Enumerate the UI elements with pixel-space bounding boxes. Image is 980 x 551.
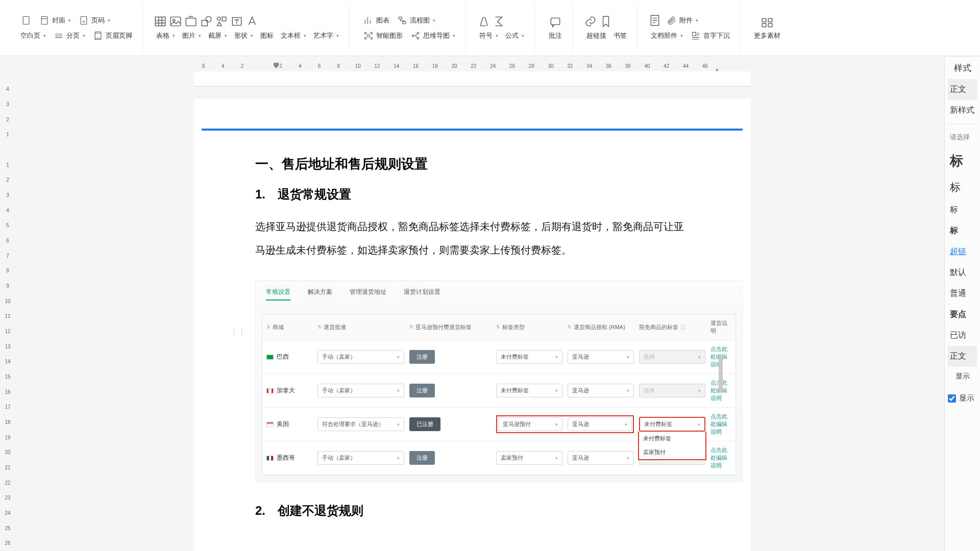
style-list-item[interactable]: 已访 — [948, 325, 977, 346]
shape-button[interactable]: 形状▾ — [231, 30, 256, 42]
svg-point-21 — [412, 35, 413, 36]
docpart-button[interactable]: 文档部件▾ — [648, 30, 686, 42]
table-row: 美国符合处理要求（亚马逊）▾已注册亚马逊预付▾亚马逊▾未付费标签▾未付费标签卖家… — [262, 408, 736, 441]
show-checkbox[interactable] — [948, 394, 956, 403]
style-list-item[interactable]: 标 — [948, 147, 977, 175]
table-button[interactable]: 表格▾ — [153, 30, 178, 42]
vruler-tick: 10 — [2, 293, 13, 309]
more-assets-button[interactable]: 更多素材 — [751, 13, 783, 42]
vruler-tick — [2, 142, 13, 158]
icon-button[interactable]: 图标 — [257, 30, 277, 42]
blank-page-label-button[interactable]: 空白页▾ — [17, 30, 49, 42]
attachment-button[interactable]: 附件▾ — [663, 13, 701, 28]
style-list-item[interactable]: 正文 — [948, 346, 977, 367]
comment-button[interactable]: 批注 — [545, 13, 566, 42]
chart-label: 图表 — [376, 16, 389, 25]
vruler-tick: 19 — [2, 430, 13, 445]
cell-register: 已注册 — [409, 417, 491, 431]
svg-rect-24 — [551, 18, 559, 24]
horizontal-ruler[interactable]: 6422468101214161820222426283032343638404… — [194, 60, 715, 71]
svg-rect-27 — [768, 18, 772, 22]
pagenumber-button[interactable]: # 页码▾ — [75, 13, 113, 28]
show-checkbox-label: 显示 — [959, 393, 974, 403]
break-button[interactable]: 分页▾ — [50, 29, 88, 43]
cell-rma-select: 亚马逊▾ — [568, 384, 634, 397]
more-label: 更多素材 — [754, 31, 780, 40]
chevron-down-icon: ▾ — [173, 33, 175, 38]
blank-page-button[interactable] — [17, 13, 35, 28]
exempt-select: 选择▾ — [639, 350, 705, 364]
bookmark-label: 书签 — [614, 31, 627, 40]
ruler-tick: 4 — [213, 63, 233, 69]
svg-rect-8 — [186, 18, 196, 26]
settings-tab: 常规设置 — [266, 288, 290, 300]
shape-icon — [199, 14, 213, 29]
dropcap-button[interactable]: 首字下沉 — [687, 29, 733, 43]
image-button[interactable]: 图片▾ — [179, 30, 204, 42]
mindmap-button[interactable]: 思维导图▾ — [407, 29, 458, 43]
new-style-button[interactable]: 新样式 — [948, 100, 977, 121]
cell-label-select: 卖家预付▾ — [496, 451, 562, 465]
vruler-tick: 1 — [2, 157, 13, 172]
attachment-icon — [666, 15, 677, 26]
screenshot-label: 截屏 — [208, 31, 222, 40]
style-list-item[interactable]: 默认 — [948, 262, 977, 283]
heading-2b: 2. 创建不退货规则 — [255, 503, 689, 519]
vruler-tick: 2 — [2, 172, 13, 188]
blank-page-icon — [20, 15, 32, 26]
wordart-button[interactable]: 艺术字▾ — [310, 30, 342, 42]
exempt-dropdown-menu: 未付费标签卖家预付 — [638, 432, 706, 460]
style-list-item[interactable]: 要点 — [948, 304, 977, 325]
document-canvas: 一、售后地址和售后规则设置 1. 退货常规设置 选择亚马逊提供退货商品授权，豁免… — [194, 71, 750, 551]
chevron-down-icon: ▾ — [453, 33, 455, 38]
hyperlink-icon — [583, 14, 598, 29]
header-footer-button[interactable]: 页眉页脚 — [89, 29, 135, 43]
screenshot-button[interactable]: 截屏▾ — [205, 30, 230, 42]
cell-country: 巴西 — [266, 353, 312, 361]
style-list-item[interactable]: 普通 — [948, 283, 977, 304]
flowchart-button[interactable]: 流程图▾ — [394, 13, 438, 28]
show-checkbox-row: 显示 — [948, 393, 977, 403]
style-list-item[interactable]: 超链 — [948, 241, 977, 262]
cover-button[interactable]: 封面▾ — [36, 13, 74, 28]
svg-point-20 — [371, 37, 372, 39]
symbol-button[interactable]: 符号▾ — [476, 30, 501, 42]
group-insert: 表格▾ 图片▾ 截屏▾ 形状▾ 图标 文本框▾ 艺术字▾ — [146, 3, 350, 53]
hyperlink-button[interactable]: 超链接 — [583, 30, 609, 42]
smart-button[interactable]: 智能图形 — [360, 29, 406, 43]
vruler-tick: 6 — [2, 233, 13, 248]
vruler-tick: 4 — [2, 203, 13, 218]
vertical-ruler[interactable]: 4321123456789101112131415161718192021222… — [2, 82, 13, 551]
comment-label: 批注 — [549, 31, 562, 40]
style-current[interactable]: 正文 — [948, 79, 977, 100]
docpart-label: 文档部件 — [651, 31, 677, 40]
svg-point-7 — [173, 19, 175, 21]
break-label: 分页 — [66, 31, 80, 40]
vruler-tick: 11 — [2, 309, 13, 324]
formula-button[interactable]: 公式▾ — [502, 30, 527, 42]
dropdown-option: 未付费标签 — [639, 432, 705, 445]
style-list-item[interactable]: 标 — [948, 220, 977, 241]
display-toggle-label[interactable]: 显示 — [948, 367, 977, 386]
group-link: 超链接 书签 — [576, 3, 638, 53]
svg-rect-15 — [403, 21, 406, 23]
group-symbol: 符号▾ 公式▾ — [469, 3, 535, 53]
vruler-tick: 7 — [2, 248, 13, 263]
pagenumber-icon: # — [78, 15, 89, 26]
svg-rect-26 — [762, 18, 766, 22]
drag-handle-icon[interactable]: ⋮⋮ — [231, 328, 246, 335]
ruler-tick: 30 — [541, 63, 560, 69]
wordart-label: 艺术字 — [313, 31, 333, 40]
chart-button[interactable]: 图表 — [360, 13, 393, 28]
style-list-item[interactable]: 标 — [948, 199, 977, 220]
ruler-tick: 6 — [310, 63, 329, 69]
bookmark-button[interactable]: 书签 — [610, 30, 630, 42]
break-icon — [53, 30, 64, 41]
mindmap-label: 思维导图 — [423, 31, 450, 40]
group-diagram: 图表 流程图▾ 智能图形 思维导图▾ — [353, 3, 466, 53]
textbox-button[interactable]: 文本框▾ — [278, 30, 309, 42]
style-list-item[interactable]: 标 — [948, 175, 977, 199]
cover-icon — [39, 15, 50, 26]
scrollbar-thumb[interactable] — [719, 357, 723, 393]
svg-point-11 — [217, 17, 220, 20]
